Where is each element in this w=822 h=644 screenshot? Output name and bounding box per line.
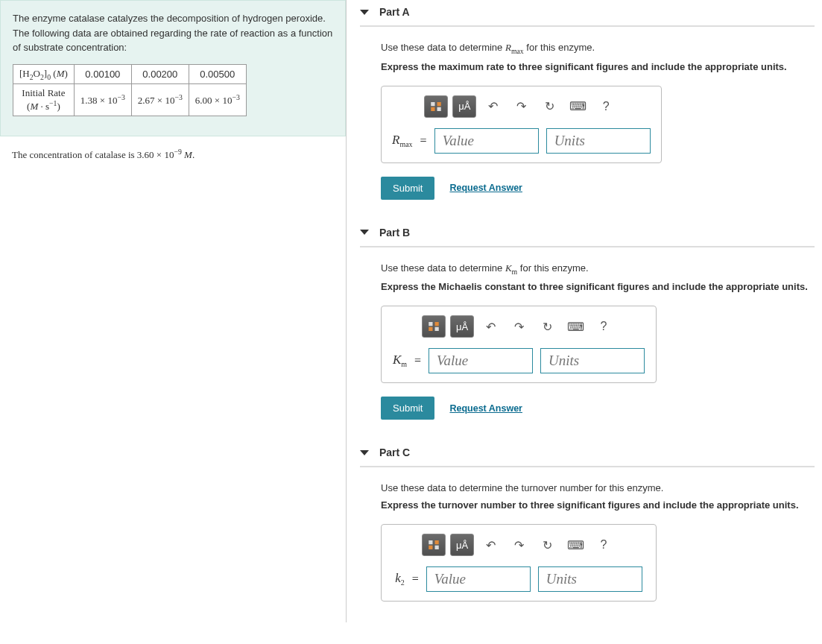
table-cell: 0.00200 [131, 64, 189, 84]
keyboard-icon: ⌨ [569, 99, 587, 113]
value-input[interactable] [434, 128, 539, 154]
reset-icon: ↻ [545, 99, 554, 113]
undo-icon: ↶ [486, 538, 496, 552]
input-row: Km = [392, 348, 645, 373]
keyboard-button[interactable]: ⌨ [563, 534, 587, 556]
part-c-prompt: Use these data to determine the turnover… [381, 482, 815, 493]
right-panel: Part A Use these data to determine Rmax … [347, 0, 822, 622]
table-cell: 2.67 × 10−3 [131, 84, 189, 116]
svg-rect-6 [429, 327, 432, 331]
undo-button[interactable]: ↶ [478, 315, 502, 338]
svg-rect-9 [435, 540, 439, 544]
svg-rect-3 [437, 107, 441, 110]
undo-icon: ↶ [488, 99, 498, 113]
part-c: Part C Use these data to determine the t… [360, 441, 815, 602]
redo-icon: ↷ [514, 538, 524, 552]
problem-statement-box: The enzyme catalase catalyzes the decomp… [0, 0, 346, 136]
redo-button[interactable]: ↷ [507, 315, 531, 338]
table-cell: 6.00 × 10−3 [189, 84, 246, 116]
redo-icon: ↷ [516, 99, 526, 113]
help-icon: ? [601, 320, 607, 333]
redo-button[interactable]: ↷ [509, 95, 533, 118]
part-c-body: Use these data to determine the turnover… [360, 482, 815, 602]
part-b-header[interactable]: Part B [360, 221, 815, 247]
part-a-header[interactable]: Part A [360, 0, 815, 27]
table-row: Initial Rate(M · s−1) 1.38 × 10−3 2.67 ×… [13, 84, 247, 116]
part-c-title: Part C [379, 446, 410, 458]
request-answer-link[interactable]: Request Answer [449, 403, 522, 414]
reset-button[interactable]: ↻ [537, 95, 561, 118]
units-input[interactable] [546, 128, 651, 154]
variable-label: k2 [395, 571, 405, 587]
keyboard-icon: ⌨ [567, 320, 584, 334]
answer-toolbar: μÅ ↶ ↷ ↻ ⌨ ? [392, 534, 645, 556]
reset-icon: ↻ [543, 538, 552, 552]
input-row: k2 = [392, 566, 645, 592]
help-button[interactable]: ? [594, 95, 618, 118]
part-a-body: Use these data to determine Rmax for thi… [360, 42, 815, 200]
table-cell: 0.00100 [74, 64, 131, 84]
problem-intro: The enzyme catalase catalyzes the decomp… [13, 11, 333, 55]
part-c-instruction: Express the turnover number to three sig… [381, 499, 815, 511]
variable-label: Km [393, 353, 407, 368]
part-a-title: Part A [379, 6, 410, 18]
answer-toolbar: μÅ ↶ ↷ ↻ ⌨ ? [392, 95, 651, 118]
submit-button[interactable]: Submit [381, 177, 434, 200]
caret-down-icon [360, 450, 369, 455]
svg-rect-1 [437, 102, 441, 106]
template-button[interactable] [422, 534, 446, 556]
variable-label: Rmax [392, 133, 413, 148]
equals-sign: = [412, 572, 419, 586]
svg-rect-11 [435, 546, 439, 549]
help-button[interactable]: ? [592, 315, 616, 338]
row-header-rate: Initial Rate(M · s−1) [13, 84, 75, 116]
part-b-instruction: Express the Michaelis constant to three … [381, 281, 815, 292]
part-a-prompt: Use these data to determine Rmax for thi… [381, 42, 815, 55]
svg-rect-7 [435, 327, 439, 331]
row-header-concentration: [H2O2]0 (M) [13, 64, 75, 84]
help-button[interactable]: ? [592, 534, 616, 556]
part-c-header[interactable]: Part C [360, 441, 815, 467]
keyboard-button[interactable]: ⌨ [566, 95, 589, 118]
units-input[interactable] [540, 348, 645, 373]
data-table: [H2O2]0 (M) 0.00100 0.00200 0.00500 Init… [13, 64, 247, 117]
units-input[interactable] [538, 566, 642, 592]
table-cell: 0.00500 [189, 64, 246, 84]
table-cell: 1.38 × 10−3 [74, 84, 131, 116]
part-b-body: Use these data to determine Km for this … [360, 262, 815, 420]
undo-button[interactable]: ↶ [478, 534, 502, 556]
left-panel: The enzyme catalase catalyzes the decomp… [0, 0, 347, 622]
units-button[interactable]: μÅ [450, 315, 474, 338]
svg-rect-8 [429, 540, 432, 544]
value-input[interactable] [426, 566, 531, 592]
answer-toolbar: μÅ ↶ ↷ ↻ ⌨ ? [392, 315, 645, 338]
reset-button[interactable]: ↻ [535, 534, 559, 556]
reset-button[interactable]: ↻ [535, 315, 559, 338]
part-b-title: Part B [379, 227, 410, 239]
part-b: Part B Use these data to determine Km fo… [360, 221, 815, 420]
redo-button[interactable]: ↷ [507, 534, 531, 556]
part-b-prompt: Use these data to determine Km for this … [381, 262, 815, 276]
undo-button[interactable]: ↶ [481, 95, 505, 118]
svg-rect-4 [429, 322, 432, 326]
svg-rect-2 [431, 107, 435, 110]
undo-icon: ↶ [486, 320, 496, 334]
part-c-answer-box: μÅ ↶ ↷ ↻ ⌨ ? k2 = [381, 524, 657, 602]
keyboard-button[interactable]: ⌨ [563, 315, 587, 338]
part-a: Part A Use these data to determine Rmax … [360, 0, 815, 200]
table-row: [H2O2]0 (M) 0.00100 0.00200 0.00500 [13, 64, 247, 84]
value-input[interactable] [429, 348, 533, 373]
template-button[interactable] [422, 315, 446, 338]
units-button[interactable]: μÅ [452, 95, 476, 118]
reset-icon: ↻ [543, 320, 552, 334]
catalase-concentration: The concentration of catalase is 3.60 × … [0, 136, 346, 171]
request-answer-link[interactable]: Request Answer [449, 183, 522, 193]
template-button[interactable] [424, 95, 448, 118]
units-button[interactable]: μÅ [450, 534, 474, 556]
redo-icon: ↷ [514, 320, 524, 334]
equals-sign: = [420, 134, 427, 148]
equals-sign: = [414, 354, 421, 367]
submit-button[interactable]: Submit [381, 397, 434, 420]
svg-rect-5 [435, 322, 439, 326]
keyboard-icon: ⌨ [567, 538, 584, 552]
